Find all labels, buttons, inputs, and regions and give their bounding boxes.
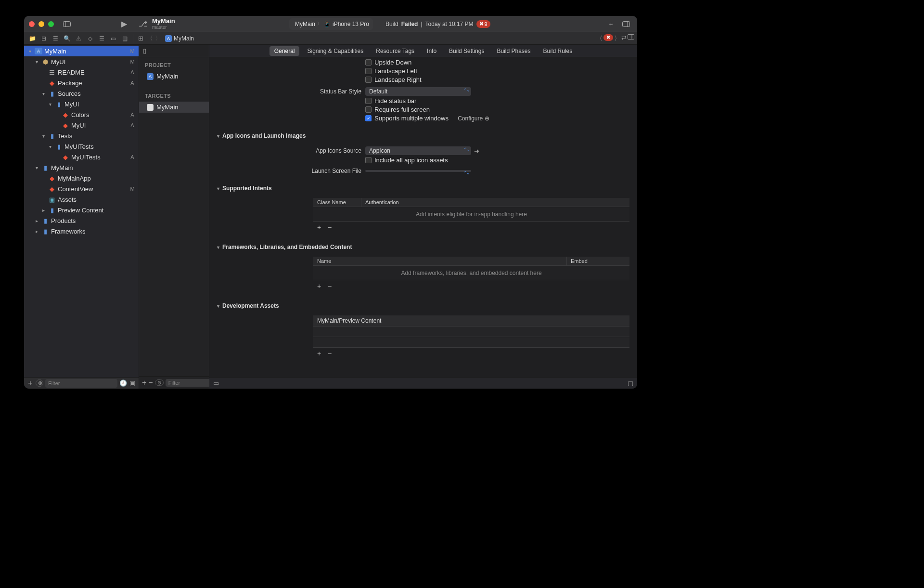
report-navigator-icon[interactable]: ▤ bbox=[119, 34, 130, 43]
breadcrumb[interactable]: A MyMain bbox=[162, 35, 593, 42]
file-tree[interactable]: ▾AMyMainM▾⬢MyUIM☰READMEA◆PackageA▾▮Sourc… bbox=[24, 45, 139, 377]
editor-body[interactable]: Upside Down Landscape Left Landscape Rig… bbox=[209, 57, 637, 377]
navigator-filter-input[interactable] bbox=[45, 379, 117, 388]
tree-row-file-colors[interactable]: ◆ColorsA bbox=[24, 109, 139, 120]
editor-tab-general[interactable]: General bbox=[270, 46, 300, 56]
editor-layout-right-icon[interactable] bbox=[628, 34, 634, 43]
tree-row-file-contentview[interactable]: ◆ContentViewM bbox=[24, 183, 139, 194]
frameworks-add-icon[interactable]: + bbox=[315, 282, 323, 290]
scm-status-icon[interactable]: ▣ bbox=[129, 379, 136, 387]
disclosure-icon[interactable]: ▾ bbox=[47, 144, 53, 149]
intents-col-classname[interactable]: Class Name bbox=[313, 198, 361, 207]
target-row[interactable]: MyMain bbox=[139, 102, 209, 113]
editor-tab-build-phases[interactable]: Build Phases bbox=[492, 46, 535, 56]
tree-row-file-mymainapp[interactable]: ◆MyMainApp bbox=[24, 173, 139, 183]
find-navigator-icon[interactable]: 🔍 bbox=[62, 34, 72, 43]
debug-navigator-icon[interactable]: ☰ bbox=[96, 34, 107, 43]
tree-row-folder-sources[interactable]: ▾▮Sources bbox=[24, 88, 139, 99]
cb-include-all-icons[interactable] bbox=[365, 157, 372, 163]
disclosure-icon[interactable]: ▾ bbox=[40, 133, 46, 139]
error-badge[interactable]: ✖ 9 bbox=[476, 20, 490, 28]
disclosure-icon[interactable]: ▾ bbox=[40, 91, 46, 96]
cb-upside-down[interactable] bbox=[365, 59, 372, 65]
frameworks-col-name[interactable]: Name bbox=[313, 257, 567, 265]
project-row[interactable]: A MyMain bbox=[139, 71, 209, 82]
nav-back-icon[interactable]: 〈 bbox=[146, 34, 154, 43]
disclosure-icon[interactable]: ▸ bbox=[40, 208, 46, 213]
history-back-icon[interactable]: 〈 bbox=[596, 34, 603, 43]
cb-landscape-left[interactable] bbox=[365, 68, 372, 74]
toggle-debug-area-icon[interactable]: ▭ bbox=[213, 379, 219, 387]
frameworks-remove-icon[interactable]: − bbox=[326, 282, 334, 290]
breakpoint-navigator-icon[interactable]: ▭ bbox=[108, 34, 118, 43]
cb-multiple-windows[interactable]: ✓ bbox=[365, 115, 372, 121]
disclosure-icon[interactable]: ▾ bbox=[34, 165, 39, 170]
configure-link[interactable]: Configure ⊕ bbox=[458, 115, 489, 122]
tree-row-file-myui[interactable]: ◆MyUIA bbox=[24, 120, 139, 131]
zoom-window[interactable] bbox=[48, 21, 54, 27]
disclosure-icon[interactable]: ▸ bbox=[34, 229, 39, 234]
toggle-navigator-icon[interactable] bbox=[61, 19, 73, 29]
run-button[interactable]: ▶ bbox=[121, 19, 127, 28]
tree-row-folder-myui[interactable]: ▾▮MyUI bbox=[24, 99, 139, 109]
add-tab-icon[interactable]: ＋ bbox=[604, 19, 617, 29]
minimize-window[interactable] bbox=[38, 21, 44, 27]
filter-scope-icon[interactable]: ⊜ bbox=[36, 379, 43, 387]
section-h-intents[interactable]: ▾Supported Intents bbox=[217, 182, 629, 195]
tree-row-pkg-myui[interactable]: ▾⬢MyUIM bbox=[24, 56, 139, 67]
tree-row-folder-myuitests[interactable]: ▾▮MyUITests bbox=[24, 141, 139, 152]
add-target-icon[interactable]: + bbox=[142, 379, 146, 387]
tree-row-folder-mymain[interactable]: ▾▮MyMain bbox=[24, 162, 139, 173]
issue-navigator-icon[interactable]: ⚠ bbox=[73, 34, 84, 43]
editor-layout-icon[interactable]: ⊞ bbox=[135, 35, 146, 42]
project-navigator-icon[interactable]: 📁 bbox=[27, 34, 38, 43]
tree-row-file-myuitests[interactable]: ◆MyUITestsA bbox=[24, 152, 139, 162]
tree-row-folder-previewcontent[interactable]: ▸▮Preview Content bbox=[24, 205, 139, 215]
review-icon[interactable]: ⇄ bbox=[621, 34, 627, 43]
appicon-source-select[interactable]: AppIcon bbox=[365, 146, 471, 155]
disclosure-icon[interactable]: ▸ bbox=[34, 218, 39, 223]
library-icon[interactable] bbox=[620, 19, 632, 29]
scheme-selector[interactable]: MyMain 〉 📱 iPhone 13 Pro bbox=[289, 18, 373, 30]
editor-tab-resource-tags[interactable]: Resource Tags bbox=[371, 46, 419, 56]
section-h-app-icons[interactable]: ▾App Icons and Launch Images bbox=[217, 130, 629, 143]
section-h-frameworks[interactable]: ▾Frameworks, Libraries, and Embedded Con… bbox=[217, 241, 629, 254]
symbol-navigator-icon[interactable]: ☰ bbox=[50, 34, 61, 43]
devassets-remove-icon[interactable]: − bbox=[326, 350, 334, 357]
disclosure-icon[interactable]: ▾ bbox=[27, 49, 33, 54]
cb-hide-statusbar[interactable] bbox=[365, 98, 372, 104]
add-file-icon[interactable]: + bbox=[27, 379, 34, 388]
tree-row-folder-frameworks[interactable]: ▸▮Frameworks bbox=[24, 226, 139, 236]
status-bar-select[interactable]: Default bbox=[365, 87, 471, 96]
outline-toggle-icon[interactable]: ▯ bbox=[143, 47, 146, 54]
appicon-goto-icon[interactable]: ➜ bbox=[474, 147, 479, 155]
remove-target-icon[interactable]: − bbox=[148, 379, 153, 387]
editor-tab-build-rules[interactable]: Build Rules bbox=[539, 46, 578, 56]
test-navigator-icon[interactable]: ◇ bbox=[85, 34, 95, 43]
close-window[interactable] bbox=[29, 21, 35, 27]
disclosure-icon[interactable]: ▾ bbox=[34, 59, 39, 65]
nav-forward-icon[interactable]: 〉 bbox=[154, 34, 162, 43]
launch-screen-select[interactable] bbox=[365, 170, 471, 172]
editor-tab-info[interactable]: Info bbox=[422, 46, 441, 56]
build-status[interactable]: Build Failed | Today at 10:17 PM ✖ 9 bbox=[385, 20, 490, 28]
filter-targets-icon[interactable]: ⊜ bbox=[155, 379, 164, 386]
frameworks-col-embed[interactable]: Embed bbox=[567, 257, 629, 265]
intents-col-auth[interactable]: Authentication bbox=[361, 198, 629, 207]
editor-tab-build-settings[interactable]: Build Settings bbox=[444, 46, 489, 56]
cb-landscape-right[interactable] bbox=[365, 77, 372, 83]
tree-row-file-readme[interactable]: ☰READMEA bbox=[24, 67, 139, 78]
jump-error-icon[interactable]: ✖ bbox=[603, 34, 613, 41]
tree-row-file-package[interactable]: ◆PackageA bbox=[24, 78, 139, 88]
cb-requires-fullscreen[interactable] bbox=[365, 106, 372, 113]
tree-row-folder-products[interactable]: ▸▮Products bbox=[24, 215, 139, 226]
tree-row-folder-tests[interactable]: ▾▮Tests bbox=[24, 131, 139, 141]
recent-icon[interactable]: 🕘 bbox=[119, 379, 127, 387]
editor-tab-signing-capabilities[interactable]: Signing & Capabilities bbox=[302, 46, 368, 56]
devassets-row[interactable]: MyMain/Preview Content bbox=[313, 315, 629, 327]
section-h-devassets[interactable]: ▾Development Assets bbox=[217, 300, 629, 313]
history-forward-icon[interactable]: 〉 bbox=[614, 34, 620, 43]
intents-add-icon[interactable]: + bbox=[315, 223, 323, 231]
tree-row-proj-mymain[interactable]: ▾AMyMainM bbox=[24, 46, 139, 56]
devassets-add-icon[interactable]: + bbox=[315, 350, 323, 357]
